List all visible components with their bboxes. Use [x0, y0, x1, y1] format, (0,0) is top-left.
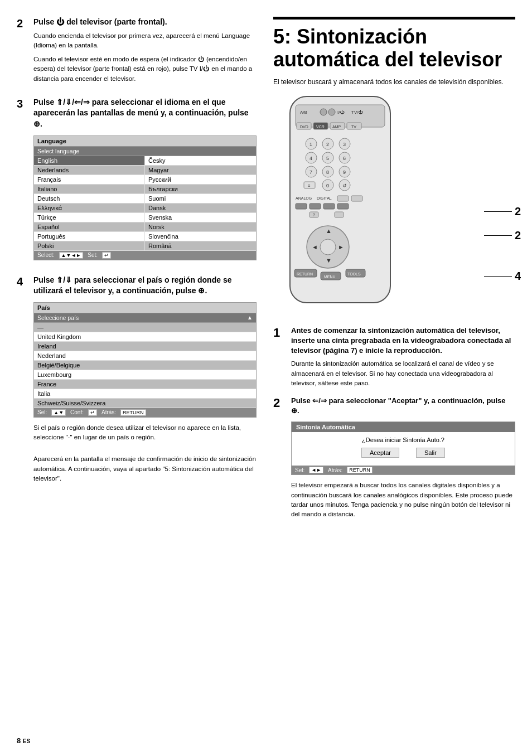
- step-2-content: Pulse ⏻ del televisor (parte frontal). C…: [33, 17, 257, 88]
- lang-bulgarski[interactable]: Български: [145, 185, 256, 194]
- step-4-content: Pulse ⇑/⇓ para seleccionar el país o reg…: [33, 275, 257, 488]
- sintonia-footer-back-btn: RETURN: [347, 467, 373, 473]
- language-menu-subheader: Select language: [34, 147, 256, 156]
- svg-text:►: ►: [338, 244, 344, 250]
- left-column: 2 Pulse ⏻ del televisor (parte frontal).…: [17, 17, 257, 739]
- lang-romana[interactable]: Română: [145, 241, 256, 251]
- svg-text:ANALOG: ANALOG: [296, 196, 312, 200]
- step-2: 2 Pulse ⏻ del televisor (parte frontal).…: [17, 17, 257, 88]
- sintonia-accept-btn[interactable]: Aceptar: [361, 448, 399, 458]
- step-4-body2: Aparecerá en la pantalla el mensaje de c…: [33, 454, 257, 483]
- svg-text:TV/⏻: TV/⏻: [351, 110, 363, 115]
- svg-rect-44: [309, 203, 321, 209]
- svg-rect-49: [335, 212, 344, 217]
- lang-espanol[interactable]: Español: [34, 222, 145, 232]
- remote-wrapper: A/B I/⏻ TV/⏻ DVD VCR AMP TV 1 2: [273, 94, 515, 317]
- sintonia-footer: Sel: ◄► Atrás: RETURN: [292, 466, 515, 474]
- country-menu-header: País: [34, 303, 256, 313]
- sintonia-buttons: Aceptar Salir: [296, 448, 510, 458]
- section-intro: El televisor buscará y almacenará todos …: [273, 77, 515, 87]
- page-number: 8 ES: [17, 736, 30, 745]
- right-column: 5: Sintonización automática del televiso…: [273, 17, 515, 739]
- lang-deutsch[interactable]: Deutsch: [34, 194, 145, 203]
- step-2-number: 2: [17, 17, 29, 88]
- lang-portugues[interactable]: Português: [34, 232, 145, 241]
- svg-text:RETURN: RETURN: [297, 272, 313, 276]
- lang-magyar[interactable]: Magyar: [145, 166, 256, 175]
- lang-turkce[interactable]: Türkçe: [34, 213, 145, 222]
- svg-text:DIGITAL: DIGITAL: [317, 196, 332, 200]
- country-menu-subheader: Seleccione país ▲: [34, 313, 256, 323]
- svg-rect-45: [323, 203, 335, 209]
- right-step-1-content: Antes de comenzar la sintonización autom…: [291, 326, 515, 388]
- footer-select-label: Select:: [37, 252, 55, 258]
- svg-text:▼: ▼: [326, 257, 332, 264]
- right-step-2: 2 Pulse ⇐/⇒ para seleccionar "Aceptar" y…: [273, 396, 515, 519]
- svg-text:A/B: A/B: [300, 110, 307, 115]
- lang-dansk[interactable]: Dansk: [145, 203, 256, 213]
- step-4-body1: Si el país o región donde desea utilizar…: [33, 423, 257, 443]
- svg-text:TV: TV: [351, 125, 356, 129]
- svg-rect-41: [337, 196, 349, 201]
- country-dash[interactable]: —: [34, 323, 256, 332]
- country-luxembourg[interactable]: Luxembourg: [34, 370, 256, 380]
- country-menu: País Seleccione país ▲ — United Kingdom …: [33, 302, 257, 418]
- svg-text:VCR: VCR: [316, 125, 325, 129]
- lang-polski[interactable]: Polski: [34, 241, 145, 251]
- svg-point-51: [320, 239, 336, 255]
- lang-english[interactable]: English: [34, 156, 145, 166]
- lang-russian[interactable]: Русский: [145, 175, 256, 185]
- sintonia-question: ¿Desea iniciar Sintonía Auto.?: [296, 437, 510, 443]
- country-belgique[interactable]: Belgié/Belgique: [34, 361, 256, 370]
- step-2-body2: Cuando el televisor esté en modo de espe…: [33, 55, 257, 84]
- section-header: [273, 17, 515, 20]
- lang-suomi[interactable]: Suomi: [145, 194, 256, 203]
- lang-francais[interactable]: Français: [34, 175, 145, 185]
- step-4-number: 4: [17, 275, 29, 488]
- country-ireland[interactable]: Ireland: [34, 342, 256, 351]
- svg-text:↺: ↺: [342, 183, 347, 188]
- country-france[interactable]: France: [34, 380, 256, 389]
- language-menu: Language Select language English Česky N…: [33, 135, 257, 260]
- country-menu-footer: Sel: ▲▼ Conf: ↵ Atrás: RETURN: [34, 408, 256, 417]
- remote-svg: A/B I/⏻ TV/⏻ DVD VCR AMP TV 1 2: [273, 94, 418, 317]
- lang-cesky[interactable]: Česky: [145, 156, 256, 166]
- country-schweiz[interactable]: Schweiz/Suisse/Svizzera: [34, 399, 256, 408]
- country-uk[interactable]: United Kingdom: [34, 332, 256, 342]
- language-menu-grid: English Česky Nederlands Magyar Français…: [34, 156, 256, 251]
- lang-norsk[interactable]: Norsk: [145, 222, 256, 232]
- lang-greek[interactable]: Ελληνικά: [34, 203, 145, 213]
- country-subheader-text: Seleccione país: [37, 314, 79, 321]
- lang-nederlands[interactable]: Nederlands: [34, 166, 145, 175]
- step-3-content: Pulse ⇑/⇓/⇐/⇒ para seleccionar el idioma…: [33, 97, 257, 266]
- step-3-title: Pulse ⇑/⇓/⇐/⇒ para seleccionar el idioma…: [33, 97, 257, 130]
- sintonia-box: Sintonía Automática ¿Desea iniciar Sinto…: [291, 421, 515, 475]
- sintonia-footer-sel: Sel:: [295, 467, 304, 473]
- svg-rect-43: [296, 203, 307, 209]
- right-step-1: 1 Antes de comenzar la sintonización aut…: [273, 326, 515, 388]
- right-step-2-title: Pulse ⇐/⇒ para seleccionar "Aceptar" y, …: [291, 396, 515, 416]
- country-nederland[interactable]: Nederland: [34, 351, 256, 361]
- remote-label-4: 4: [515, 270, 521, 283]
- svg-text:AMP: AMP: [332, 125, 341, 129]
- lang-slovencina[interactable]: Slovenčina: [145, 232, 256, 241]
- country-footer-conf: Conf:: [70, 409, 84, 415]
- remote-label-2b: 2: [515, 229, 521, 242]
- section-title: 5: Sintonización automática del televiso…: [273, 25, 515, 71]
- remote-label-2a: 2: [515, 205, 521, 218]
- right-step-2-number: 2: [273, 396, 287, 519]
- country-subheader-arrow: ▲: [247, 314, 253, 321]
- svg-text:4: 4: [309, 156, 312, 161]
- country-footer-back: Atrás:: [101, 409, 116, 415]
- country-italia[interactable]: Italia: [34, 389, 256, 399]
- step-4: 4 Pulse ⇑/⇓ para seleccionar el país o r…: [17, 275, 257, 488]
- country-footer-conf-btn: ↵: [88, 409, 97, 416]
- svg-text:◄: ◄: [312, 244, 318, 250]
- right-step-2-body: El televisor empezará a buscar todos los…: [291, 481, 515, 519]
- svg-text:2: 2: [326, 142, 329, 147]
- svg-text:0: 0: [326, 183, 329, 188]
- sintonia-exit-btn[interactable]: Salir: [416, 448, 445, 458]
- lang-svenska[interactable]: Svenska: [145, 213, 256, 222]
- lang-italiano[interactable]: Italiano: [34, 185, 145, 194]
- step-3: 3 Pulse ⇑/⇓/⇐/⇒ para seleccionar el idio…: [17, 97, 257, 266]
